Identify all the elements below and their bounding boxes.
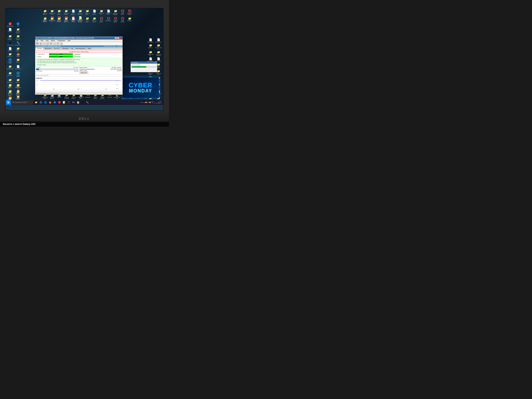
repeat-test-button[interactable]: Repeat Test xyxy=(79,72,88,74)
list-item[interactable]: 📄 Licevo Chelistni xyxy=(70,16,77,23)
show-desktop-btn[interactable] xyxy=(162,101,162,104)
menu-report[interactable]: Report xyxy=(51,40,55,42)
list-item[interactable]: 📁 MSI Afterbu... xyxy=(6,78,14,83)
list-item[interactable]: ⭕ USB китаре... xyxy=(105,16,112,23)
list-item[interactable]: 📁 V BOX CONTAC... xyxy=(6,34,14,41)
list-item[interactable]: 📄 ! The Rembra... xyxy=(14,64,22,71)
list-item[interactable]: 📁 Програ... xyxy=(6,83,14,89)
sidebar-item-chrome[interactable]: 🌐 Google Chrome xyxy=(14,71,22,77)
toolbar-btn-2[interactable]: 🖨 xyxy=(39,42,42,45)
hds-close-btn[interactable]: ✕ xyxy=(120,37,122,39)
list-item[interactable]: 📄 !@! GLORIA... xyxy=(147,38,154,43)
list-item[interactable]: ⭕ QKITE KLIPO... xyxy=(119,9,126,15)
list-item[interactable]: ⭕ Петото китаре... xyxy=(98,16,105,23)
list-item[interactable]: ⭕ Работата с компю... xyxy=(126,9,133,15)
list-item[interactable]: 📁 Doktor Licevo... xyxy=(84,16,91,23)
list-item[interactable]: 🦊 Firefox xyxy=(14,52,22,57)
list-item[interactable]: ⭕ Как да свърже... xyxy=(119,16,126,23)
list-item[interactable]: 📁 Ohladiteli... xyxy=(126,16,133,23)
list-item[interactable]: 📄 3401335... xyxy=(6,27,14,34)
list-item[interactable]: 📁 BARABA- Güsttav... xyxy=(14,90,22,96)
list-item[interactable]: 📄 DLL MNOGO... xyxy=(70,9,77,15)
tray-network-icon[interactable]: 📶 xyxy=(149,102,151,103)
list-item[interactable]: 📁 DRAIVERI ZA LAPT... xyxy=(49,9,56,15)
list-item[interactable]: 📁 You Sexy Thing b... xyxy=(14,34,22,41)
tab-overview[interactable]: Overview xyxy=(36,47,43,50)
list-item[interactable]: 📄 !SKRIPTA S MOIA... xyxy=(105,9,112,15)
tab-smart[interactable]: S.M.A.R.T. xyxy=(53,47,61,50)
toolbar-btn-5[interactable]: ⚙ xyxy=(50,42,52,45)
taskbar-file-explorer[interactable]: 📁 xyxy=(34,100,38,105)
language-indicator[interactable]: ENG US xyxy=(151,101,153,104)
hds-maximize-btn[interactable]: □ xyxy=(117,37,119,39)
list-item[interactable]: 📁 ! Interesni SVALIA... xyxy=(63,9,70,15)
toolbar-btn-3[interactable]: 📋 xyxy=(43,42,46,45)
taskbar-app2[interactable]: 🔴 xyxy=(57,100,62,105)
protection-close-btn[interactable]: ✕ ✕ xyxy=(154,62,157,63)
toolbar-btn-8[interactable]: 🔔 xyxy=(60,42,63,45)
menu-disk[interactable]: Disk xyxy=(40,40,44,42)
tab-information[interactable]: Information xyxy=(61,47,70,50)
list-item[interactable]: 📄 !@! GLORIA... xyxy=(155,38,162,43)
clock-date[interactable]: 17:55 27.11.2023 г. xyxy=(154,101,161,104)
list-item[interactable]: 📁 Работата с компю... xyxy=(91,16,98,23)
list-item[interactable]: 📁 Fonove za Desktopa xyxy=(155,50,162,57)
list-item[interactable]: 📁 Driveri za DELL P... xyxy=(42,9,49,15)
list-item[interactable]: 📁 Driveri za DELL PR... xyxy=(77,9,84,15)
menu-view[interactable]: View xyxy=(45,40,49,42)
list-item[interactable]: 📁 Jack-Nic... xyxy=(14,78,22,83)
list-item[interactable]: 📁 ZA GLEDA... xyxy=(6,71,14,77)
list-item[interactable]: ⭕ Windows Speech... xyxy=(112,16,119,23)
taskbar-app5[interactable]: 🎮 xyxy=(71,100,76,105)
taskbar-edge[interactable]: 🌐 xyxy=(43,100,48,105)
start-button[interactable] xyxy=(6,100,11,105)
taskbar-app8[interactable]: 🔧 xyxy=(85,100,89,105)
list-item[interactable]: 📄 !@! GLORIA... xyxy=(147,57,154,62)
list-item[interactable]: 📁 KATOOTL... xyxy=(6,52,14,57)
toolbar-btn-7[interactable]: ℹ xyxy=(57,42,59,45)
list-item[interactable]: 🔴 Opera Browser xyxy=(6,22,14,27)
list-item[interactable]: 📁 Drunken Sailor -. xyxy=(6,64,14,71)
list-item[interactable]: 📄 !@! VDIGAS... xyxy=(91,9,98,15)
tab-log[interactable]: Log xyxy=(70,47,74,50)
menu-help[interactable]: Help xyxy=(67,40,71,42)
list-item[interactable]: 📁 Годжи и... xyxy=(147,43,154,50)
hds-minimize-btn[interactable]: _ xyxy=(115,37,117,39)
list-item[interactable]: 📁 Amy-Wi... xyxy=(14,57,22,64)
list-item[interactable]: 📁 NIAKOG- IAKI PE... xyxy=(49,16,56,23)
taskbar-firefox[interactable]: 🦊 xyxy=(48,100,52,105)
toolbar-btn-1[interactable]: 💾 xyxy=(36,42,39,45)
list-item[interactable]: 📁 !@!0 Korато т... xyxy=(14,83,22,89)
list-item[interactable]: 📁 MNOGO VAJNI P... xyxy=(42,16,49,23)
list-item[interactable]: 📁 Доц. Боян Владими... xyxy=(77,16,84,23)
taskbar-app7[interactable]: ⚙ xyxy=(81,100,85,105)
menu-configuration[interactable]: Configuration xyxy=(57,40,66,42)
tray-speaker-icon[interactable]: 🔊 xyxy=(147,102,149,103)
toolbar-btn-6[interactable]: 📊 xyxy=(53,42,56,45)
list-item[interactable]: 📁 Dmitri on Twitter- -. xyxy=(84,9,91,15)
list-item[interactable]: 📁 D2 -Тук и cera- Of... xyxy=(155,43,162,50)
taskbar-app4[interactable]: 🎵 xyxy=(67,100,71,105)
list-item[interactable]: 📁 !!@!! i nauchn... xyxy=(56,9,63,15)
menu-file[interactable]: File xyxy=(36,40,39,42)
list-item[interactable]: 📄 !@!1 SUPE... xyxy=(155,57,162,62)
list-item[interactable]: 🔵 Iris xyxy=(14,22,22,27)
tab-alerts[interactable]: Alerts xyxy=(87,47,92,50)
list-item[interactable]: 📁 Original- ime na... xyxy=(147,50,154,57)
list-item[interactable]: 📁 Доц. Боян Владими... xyxy=(112,9,119,15)
comment-input[interactable] xyxy=(36,74,122,77)
list-item[interactable]: 📁 Истории STARI И... xyxy=(56,16,63,23)
list-item[interactable]: 📁 !@!1 Irish Bouzou... xyxy=(6,90,14,96)
sidebar-item-edge[interactable]: 🌐 ASIO4ALL Edge xyxy=(6,57,14,64)
list-item[interactable]: 📁 Måneski... xyxy=(14,46,22,52)
list-item[interactable]: 📄 3405768... xyxy=(6,46,14,52)
tab-disk-performance[interactable]: Disk Performance xyxy=(75,47,86,50)
taskbar-app3[interactable]: 📝 xyxy=(62,100,66,105)
taskbar-app6[interactable]: 💾 xyxy=(76,100,80,105)
tab-temperature[interactable]: Temperature xyxy=(44,47,53,50)
list-item[interactable]: 📁 ! Бележки среши о... xyxy=(14,27,22,34)
taskbar-chrome[interactable]: 🌐 xyxy=(39,100,43,105)
list-item[interactable]: 📁 MUZIKA ZA GO... xyxy=(98,9,105,15)
taskbar-search-box[interactable]: 🔍 Type here to search xyxy=(12,101,33,104)
taskbar-app1[interactable]: 🔵 xyxy=(53,100,57,105)
